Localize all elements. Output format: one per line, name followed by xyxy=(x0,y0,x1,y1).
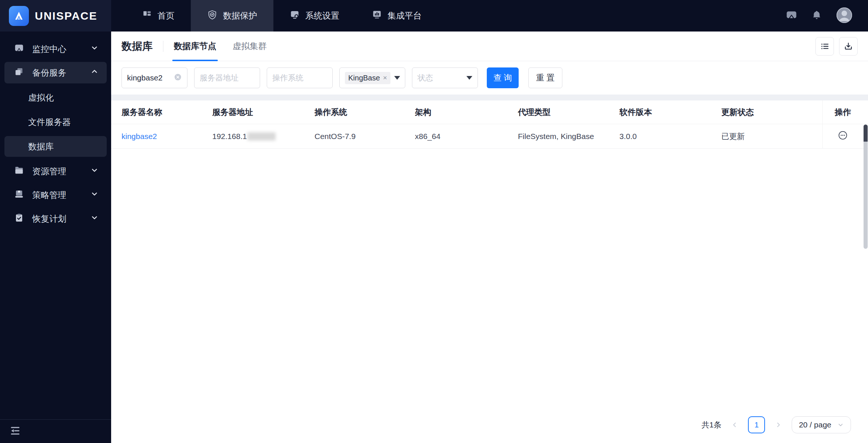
download-button[interactable] xyxy=(839,37,858,56)
clipboard-check-icon xyxy=(14,213,24,225)
sidebar-item-recovery-plan[interactable]: 恢复计划 xyxy=(4,208,107,229)
agent-type-cell: FileSystem, KingBase xyxy=(518,124,619,148)
folder-icon xyxy=(14,165,24,178)
page-number[interactable]: 1 xyxy=(748,416,765,433)
arch-cell: x86_64 xyxy=(415,124,518,148)
sidebar-footer xyxy=(0,419,111,443)
divider xyxy=(163,41,163,52)
nav-item-data-protection[interactable]: 数据保护 xyxy=(191,0,273,32)
server-address-input[interactable] xyxy=(200,73,255,82)
brand: UNISPACE xyxy=(0,0,111,32)
server-name-input[interactable] xyxy=(127,73,174,82)
sidebar-item-file-server[interactable]: 文件服务器 xyxy=(4,112,107,132)
col-os: 操作系统 xyxy=(315,100,415,124)
server-table: 服务器名称 服务器地址 操作系统 架构 代理类型 软件版本 更新状态 操作 ki… xyxy=(111,100,868,443)
reset-button[interactable]: 重 置 xyxy=(528,67,562,88)
total-count: 共1条 xyxy=(702,420,722,430)
agent-type-tag: KingBase × xyxy=(345,72,390,84)
unispace-logo-icon xyxy=(9,6,29,26)
tab-database-nodes[interactable]: 数据库节点 xyxy=(174,32,216,61)
vertical-scrollbar[interactable] xyxy=(864,125,868,249)
system-settings-icon xyxy=(290,10,300,22)
col-actions: 操作 xyxy=(822,100,868,124)
col-server-name: 服务器名称 xyxy=(111,100,212,124)
server-address-cell: 192.168.1 xyxy=(212,124,315,148)
col-server-address: 服务器地址 xyxy=(212,100,315,124)
policy-device-icon xyxy=(14,189,24,201)
redacted-ip xyxy=(247,132,276,140)
os-cell: CentOS-7.9 xyxy=(315,124,415,148)
separator-band xyxy=(111,95,868,100)
chevron-down-icon xyxy=(90,214,99,224)
os-input[interactable] xyxy=(272,73,327,82)
server-address-filter xyxy=(194,67,260,88)
bell-icon[interactable] xyxy=(811,10,822,22)
clear-icon[interactable] xyxy=(174,73,182,83)
nav-item-system-settings[interactable]: 系统设置 xyxy=(273,0,356,32)
chevron-down-icon xyxy=(90,44,99,54)
table-row: kingbase2 192.168.1 CentOS-7.9 x86_64 Fi… xyxy=(111,124,868,149)
home-grid-icon xyxy=(142,10,152,22)
sidebar-item-policy-management[interactable]: 策略管理 xyxy=(4,184,107,206)
filter-bar: KingBase × 状态 查 询 重 置 xyxy=(111,61,868,95)
content-header: 数据库 数据库节点 虚拟集群 xyxy=(111,32,868,61)
monitor-icon xyxy=(14,43,24,55)
topbar-right xyxy=(786,0,868,32)
agent-type-select[interactable]: KingBase × xyxy=(339,67,405,88)
nav-item-home[interactable]: 首页 xyxy=(126,0,191,32)
version-cell: 3.0.0 xyxy=(619,124,721,148)
message-icon[interactable] xyxy=(786,9,797,22)
pagination: 共1条 1 20 / page xyxy=(702,416,851,433)
brand-name: UNISPACE xyxy=(35,10,97,22)
top-nav: 首页 数据保护 系统设置 集成平台 xyxy=(126,0,438,32)
shield-check-icon xyxy=(207,10,217,22)
collapse-sidebar-icon[interactable] xyxy=(10,425,21,438)
col-agent-type: 代理类型 xyxy=(518,100,619,124)
main-content: 数据库 数据库节点 虚拟集群 xyxy=(111,32,868,443)
row-actions-icon[interactable] xyxy=(838,130,848,142)
update-status-cell: 已更新 xyxy=(721,124,822,148)
status-select[interactable]: 状态 xyxy=(412,67,478,88)
nav-item-integration-platform[interactable]: 集成平台 xyxy=(356,0,438,32)
search-button[interactable]: 查 询 xyxy=(487,67,519,88)
sidebar-item-backup-service[interactable]: 备份服务 xyxy=(4,62,107,83)
next-page-icon[interactable] xyxy=(775,421,782,429)
sidebar-item-resource-management[interactable]: 资源管理 xyxy=(4,161,107,182)
integration-platform-icon xyxy=(372,10,382,22)
chevron-down-icon xyxy=(90,190,99,200)
header-actions xyxy=(815,37,858,56)
sidebar-item-database[interactable]: 数据库 xyxy=(4,136,107,157)
tab-virtual-cluster[interactable]: 虚拟集群 xyxy=(233,32,267,61)
col-arch: 架构 xyxy=(415,100,518,124)
page-size-select[interactable]: 20 / page xyxy=(792,416,851,433)
col-version: 软件版本 xyxy=(619,100,721,124)
status-placeholder: 状态 xyxy=(418,73,463,83)
col-update-status: 更新状态 xyxy=(721,100,822,124)
sidebar-menu: 监控中心 备份服务 虚拟化 文件服务器 数据库 xyxy=(0,32,111,419)
avatar[interactable] xyxy=(836,7,852,25)
caret-down-icon xyxy=(466,76,472,80)
os-filter xyxy=(267,67,333,88)
tag-close-icon[interactable]: × xyxy=(383,74,387,82)
server-name-filter xyxy=(122,67,187,88)
caret-down-icon xyxy=(394,76,400,80)
chevron-down-icon xyxy=(90,166,99,176)
sidebar: 监控中心 备份服务 虚拟化 文件服务器 数据库 xyxy=(0,32,111,443)
backup-copy-icon xyxy=(14,67,24,79)
chevron-up-icon xyxy=(90,67,99,78)
page-title: 数据库 xyxy=(122,39,153,53)
top-bar: UNISPACE 首页 数据保护 系统设置 集成平台 xyxy=(0,0,868,32)
sidebar-item-monitor-center[interactable]: 监控中心 xyxy=(4,38,107,60)
table-header-row: 服务器名称 服务器地址 操作系统 架构 代理类型 软件版本 更新状态 操作 xyxy=(111,100,868,124)
prev-page-icon[interactable] xyxy=(731,421,738,429)
sidebar-item-virtualization[interactable]: 虚拟化 xyxy=(4,87,107,108)
server-name-link[interactable]: kingbase2 xyxy=(122,132,157,141)
chevron-down-icon xyxy=(837,421,844,428)
list-view-button[interactable] xyxy=(815,37,834,56)
